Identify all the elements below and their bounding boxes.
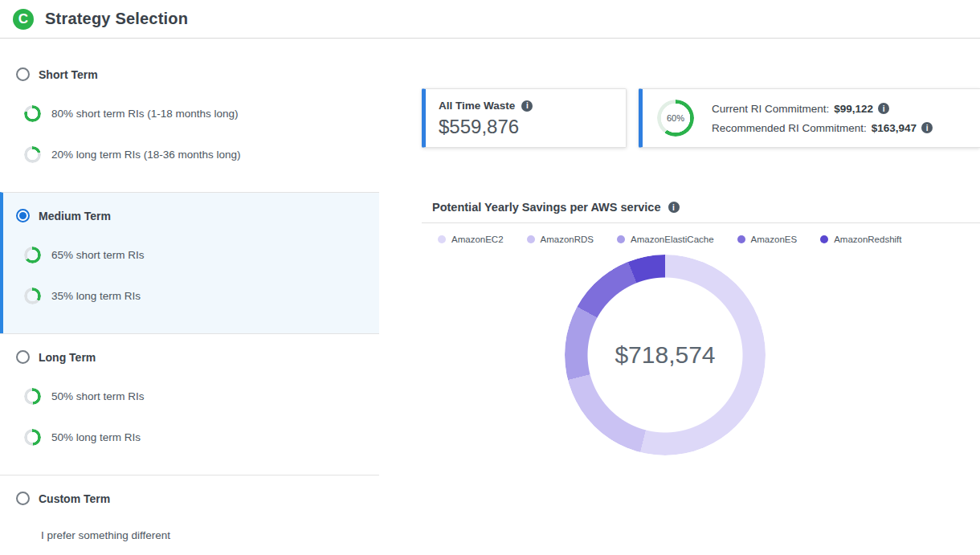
legend-dot xyxy=(820,235,828,243)
custom-term-description: I prefer something different xyxy=(41,529,379,541)
allocation-label: 35% long term RIs xyxy=(51,290,141,302)
strategy-list: Short Term80% short term RIs (1-18 month… xyxy=(0,39,379,555)
allocation-progress-ring xyxy=(24,105,41,122)
waste-card-title: All Time Waste xyxy=(439,100,515,112)
info-icon[interactable]: i xyxy=(668,202,680,213)
allocation-label: 65% short term RIs xyxy=(51,249,145,261)
legend-item[interactable]: AmazonRedshift xyxy=(820,235,901,244)
commitment-lines: Current RI Commitment: $99,122 i Recomme… xyxy=(712,103,933,134)
allocation-progress-ring xyxy=(24,388,41,405)
all-time-waste-card: All Time Waste i $559,876 xyxy=(422,88,627,148)
strategy-option-long-term[interactable]: Long Term xyxy=(16,350,379,364)
legend-dot xyxy=(737,235,745,243)
radio-long-term[interactable] xyxy=(16,350,30,364)
chart-title: Potential Yearly Savings per AWS service xyxy=(432,201,661,214)
app-logo-icon: C xyxy=(13,9,34,30)
recommended-commitment-label: Recommended RI Commitment: xyxy=(712,122,867,134)
radio-custom-term[interactable] xyxy=(16,492,30,505)
commitment-percent: 60% xyxy=(657,100,694,137)
main-panel: All Time Waste i $559,876 60% Current RI… xyxy=(379,39,980,555)
allocation-label: 80% short term RIs (1-18 months long) xyxy=(51,108,239,120)
allocation-progress-ring xyxy=(24,429,41,446)
commitment-progress: 60% xyxy=(657,100,694,137)
current-commitment-line: Current RI Commitment: $99,122 i xyxy=(712,103,933,115)
legend-label: AmazonRedshift xyxy=(834,235,901,244)
strategy-label: Short Term xyxy=(39,68,98,81)
allocation-item: 35% long term RIs xyxy=(24,288,379,304)
summary-cards-row: All Time Waste i $559,876 60% Current RI… xyxy=(422,88,980,148)
legend-label: AmazonES xyxy=(751,235,798,244)
allocation-progress-ring xyxy=(24,247,41,263)
ri-commitment-card: 60% Current RI Commitment: $99,122 i Rec… xyxy=(639,88,980,148)
divider xyxy=(422,222,980,223)
savings-chart-section: Potential Yearly Savings per AWS service… xyxy=(422,201,980,455)
info-icon[interactable]: i xyxy=(921,122,933,133)
allocation-label: 50% short term RIs xyxy=(51,390,145,402)
content: Short Term80% short term RIs (1-18 month… xyxy=(0,39,980,555)
allocation-progress-ring xyxy=(24,288,41,304)
strategy-label: Custom Term xyxy=(39,492,110,505)
legend-item[interactable]: AmazonES xyxy=(737,235,798,244)
strategy-option-short-term[interactable]: Short Term xyxy=(16,67,379,81)
info-icon[interactable]: i xyxy=(878,103,889,114)
legend-dot xyxy=(438,235,446,243)
strategy-label: Long Term xyxy=(39,351,96,364)
strategy-label: Medium Term xyxy=(39,210,111,222)
allocation-item: 80% short term RIs (1-18 months long) xyxy=(24,105,379,122)
radio-short-term[interactable] xyxy=(16,67,30,81)
strategy-selection-page: C Strategy Selection Short Term80% short… xyxy=(0,0,980,555)
page-title: Strategy Selection xyxy=(45,10,188,28)
strategy-group-medium-term: Medium Term65% short term RIs35% long te… xyxy=(0,192,379,333)
donut-area: $718,574 xyxy=(432,255,898,455)
legend-item[interactable]: AmazonElastiCache xyxy=(617,235,714,244)
allocation-item: 65% short term RIs xyxy=(24,247,379,263)
waste-card-title-row: All Time Waste i xyxy=(439,100,613,112)
current-commitment-label: Current RI Commitment: xyxy=(712,103,829,115)
recommended-commitment-line: Recommended RI Commitment: $163,947 i xyxy=(712,122,933,134)
legend-label: AmazonElastiCache xyxy=(631,235,714,244)
strategy-group-short-term: Short Term80% short term RIs (1-18 month… xyxy=(0,51,379,192)
allocation-item: 20% long term RIs (18-36 months long) xyxy=(24,146,379,163)
allocation-item: 50% short term RIs xyxy=(24,388,379,405)
strategy-option-medium-term[interactable]: Medium Term xyxy=(16,209,379,222)
strategy-group-long-term: Long Term50% short term RIs50% long term… xyxy=(0,333,379,475)
waste-value: $559,876 xyxy=(439,116,613,138)
allocation-item: 50% long term RIs xyxy=(24,429,379,446)
legend-dot xyxy=(617,235,625,243)
legend-label: AmazonRDS xyxy=(541,235,594,244)
chart-legend: AmazonEC2AmazonRDSAmazonElastiCacheAmazo… xyxy=(438,235,980,244)
radio-medium-term[interactable] xyxy=(16,209,30,222)
allocation-label: 20% long term RIs (18-36 months long) xyxy=(51,149,241,161)
savings-donut-chart: $718,574 xyxy=(565,255,766,455)
donut-center-value: $718,574 xyxy=(565,255,766,455)
legend-item[interactable]: AmazonEC2 xyxy=(438,235,504,244)
strategy-option-custom-term[interactable]: Custom Term xyxy=(16,492,379,505)
legend-item[interactable]: AmazonRDS xyxy=(527,235,594,244)
radio-dot xyxy=(19,212,27,219)
legend-label: AmazonEC2 xyxy=(451,235,504,244)
allocation-label: 50% long term RIs xyxy=(51,431,141,443)
page-header: C Strategy Selection xyxy=(0,0,980,39)
strategy-group-custom-term: Custom TermI prefer something different xyxy=(0,475,379,555)
current-commitment-value: $99,122 xyxy=(834,103,873,115)
legend-dot xyxy=(527,235,535,243)
chart-title-row: Potential Yearly Savings per AWS service… xyxy=(432,201,980,214)
allocation-progress-ring xyxy=(24,146,41,163)
info-icon[interactable]: i xyxy=(521,100,533,112)
recommended-commitment-value: $163,947 xyxy=(872,122,917,134)
